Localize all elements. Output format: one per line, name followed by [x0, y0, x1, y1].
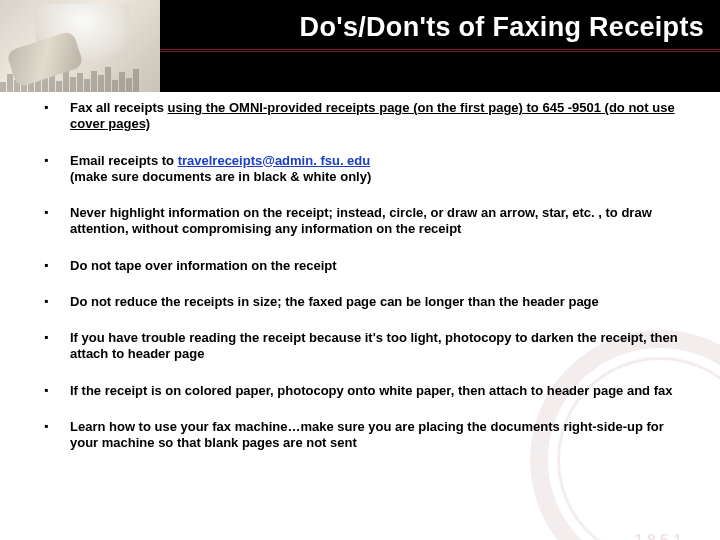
bullet-text: Do not tape over information on the rece…: [70, 258, 337, 273]
list-item: If the receipt is on colored paper, phot…: [30, 383, 690, 399]
seal-year: 1851: [548, 532, 720, 540]
list-item: If you have trouble reading the receipt …: [30, 330, 690, 363]
list-item: Fax all receipts using the OMNI-provided…: [30, 100, 690, 133]
header-bar: Do's/Don'ts of Faxing Receipts: [0, 0, 720, 92]
bullet-text: Email receipts to: [70, 153, 178, 168]
header-decorative-photo: [0, 0, 160, 92]
bullet-text: Do not reduce the receipts in size; the …: [70, 294, 599, 309]
list-item: Email receipts to travelreceipts@admin. …: [30, 153, 690, 186]
content-area: Fax all receipts using the OMNI-provided…: [30, 100, 690, 530]
list-item: Learn how to use your fax machine…make s…: [30, 419, 690, 452]
bullet-text: Never highlight information on the recei…: [70, 205, 652, 236]
bullet-text: (make sure documents are in black & whit…: [70, 169, 371, 184]
bullet-text: Fax all receipts: [70, 100, 168, 115]
bullet-text: If you have trouble reading the receipt …: [70, 330, 678, 361]
list-item: Do not tape over information on the rece…: [30, 258, 690, 274]
title-underline: [160, 49, 720, 52]
page-title: Do's/Don'ts of Faxing Receipts: [160, 0, 720, 43]
list-item: Never highlight information on the recei…: [30, 205, 690, 238]
list-item: Do not reduce the receipts in size; the …: [30, 294, 690, 310]
bullet-text: If the receipt is on colored paper, phot…: [70, 383, 672, 398]
title-wrap: Do's/Don'ts of Faxing Receipts: [160, 0, 720, 92]
bullet-text: Learn how to use your fax machine…make s…: [70, 419, 664, 450]
city-silhouette: [0, 64, 160, 92]
bullet-list: Fax all receipts using the OMNI-provided…: [30, 100, 690, 451]
email-link[interactable]: travelreceipts@admin. fsu. edu: [178, 153, 371, 168]
